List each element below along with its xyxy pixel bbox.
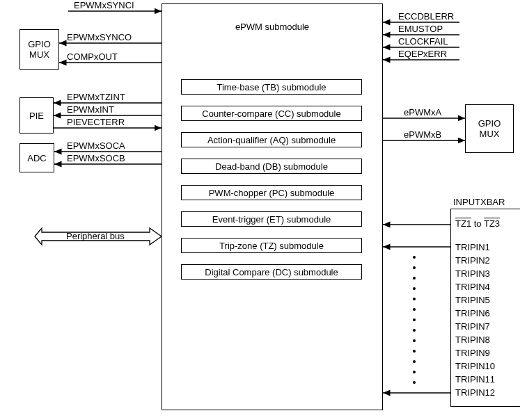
gpio-mux-right-label: GPIO MUX: [478, 118, 501, 139]
label-eqepxerr: EQEPxERR: [398, 49, 447, 59]
label-compxout: COMPxOUT: [67, 51, 118, 62]
adc-box: ADC: [19, 143, 54, 172]
label-epwmxsocb: EPWMxSOCB: [67, 153, 125, 163]
epwm-title: ePWM submodule: [235, 22, 309, 32]
svg-point-25: [413, 339, 416, 342]
submodule-tz: Trip-zone (TZ) submodule: [181, 238, 362, 253]
svg-point-29: [413, 381, 416, 384]
label-tripin12: TRIPIN12: [455, 387, 495, 398]
label-tripin6: TRIPIN6: [455, 308, 490, 318]
svg-point-19: [413, 277, 416, 280]
svg-point-26: [413, 350, 416, 353]
submodule-tb: Time-base (TB) submodule: [181, 79, 362, 95]
gpio-mux-left-label: GPIO MUX: [28, 39, 51, 60]
svg-point-24: [413, 329, 416, 332]
label-tripin5: TRIPIN5: [455, 295, 490, 305]
label-epwmxsynco: EPWMxSYNCO: [67, 32, 132, 42]
submodule-aq: Action-qualifier (AQ) submodule: [181, 132, 362, 147]
submodule-db: Dead-band (DB) submodule: [181, 159, 362, 174]
gpio-mux-right-box: GPIO MUX: [465, 104, 514, 153]
label-tripin9: TRIPIN9: [455, 348, 490, 358]
svg-point-21: [413, 298, 416, 300]
label-tripin10: TRIPIN10: [455, 361, 495, 371]
label-tripin7: TRIPIN7: [455, 321, 490, 332]
label-tripin3: TRIPIN3: [455, 268, 490, 279]
label-epwmxsynci: EPWMxSYNCI: [74, 0, 134, 10]
epwm-submodule-box: ePWM submodule: [162, 3, 383, 410]
svg-point-20: [413, 287, 416, 290]
submodule-cc: Counter-compare (CC) submodule: [181, 106, 362, 121]
inputxbar-label: INPUTXBAR: [453, 197, 505, 207]
label-epwmxb: ePWMxB: [404, 129, 441, 140]
label-eccdblerr: ECCDBLERR: [398, 11, 454, 22]
label-epwmxsoca: EPWMxSOCA: [67, 140, 125, 151]
adc-label: ADC: [27, 153, 46, 163]
submodule-et: Event-trigger (ET) submodule: [181, 211, 362, 227]
label-emustop: EMUSTOP: [398, 24, 443, 34]
label-clockfail: CLOCKFAIL: [398, 36, 448, 47]
label-tripin2: TRIPIN2: [455, 255, 490, 266]
label-tripin8: TRIPIN8: [455, 334, 490, 345]
label-tripin1: TRIPIN1: [455, 242, 490, 252]
label-tripin11: TRIPIN11: [455, 374, 495, 385]
gpio-mux-left-box: GPIO MUX: [19, 29, 59, 70]
submodule-dc: Digital Compare (DC) submodule: [181, 264, 362, 280]
label-epwmxint: EPWMxINT: [67, 104, 114, 115]
label-tz-range: TZ1 to TZ3: [455, 218, 500, 229]
submodule-pc: PWM-chopper (PC) submodule: [181, 185, 362, 200]
svg-point-17: [413, 256, 416, 259]
pie-box: PIE: [19, 97, 54, 134]
svg-point-23: [413, 318, 416, 321]
pie-label: PIE: [29, 111, 44, 121]
label-peripheral-bus: Peripheral bus: [66, 231, 125, 241]
label-epwmxtzint: EPWMxTZINT: [67, 92, 125, 102]
label-epwmxa: ePWMxA: [404, 107, 441, 118]
svg-point-18: [413, 266, 416, 269]
svg-point-22: [413, 308, 416, 311]
svg-point-27: [413, 360, 416, 363]
label-pievecterr: PIEVECTERR: [67, 117, 125, 127]
svg-point-28: [413, 371, 416, 373]
label-tripin4: TRIPIN4: [455, 282, 490, 292]
